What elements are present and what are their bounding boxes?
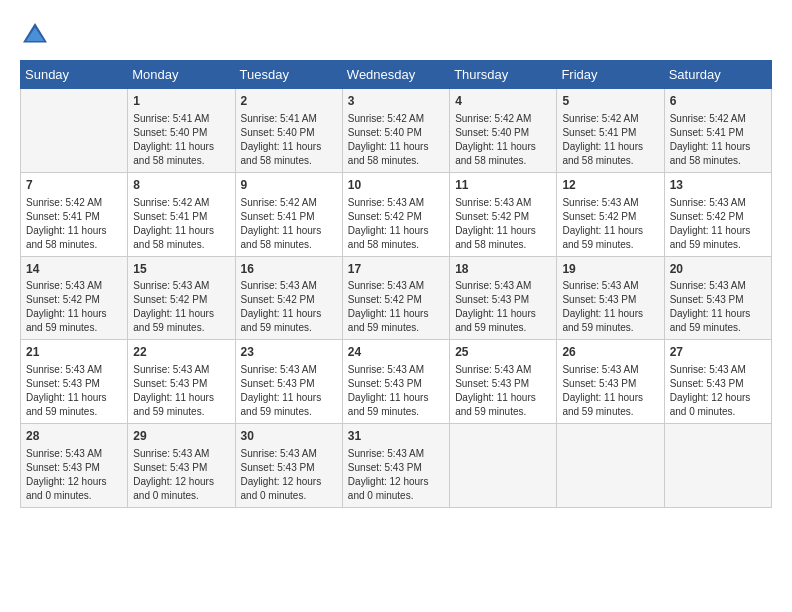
calendar-day-cell [557, 424, 664, 508]
calendar-week-row: 14Sunrise: 5:43 AMSunset: 5:42 PMDayligh… [21, 256, 772, 340]
calendar-day-cell: 28Sunrise: 5:43 AMSunset: 5:43 PMDayligh… [21, 424, 128, 508]
day-number: 20 [670, 261, 766, 278]
day-number: 27 [670, 344, 766, 361]
day-info: Sunrise: 5:43 AMSunset: 5:43 PMDaylight:… [133, 363, 229, 419]
calendar-header-row: SundayMondayTuesdayWednesdayThursdayFrid… [21, 61, 772, 89]
calendar-day-cell: 14Sunrise: 5:43 AMSunset: 5:42 PMDayligh… [21, 256, 128, 340]
day-number: 9 [241, 177, 337, 194]
calendar-day-cell [664, 424, 771, 508]
day-number: 1 [133, 93, 229, 110]
day-info: Sunrise: 5:43 AMSunset: 5:43 PMDaylight:… [670, 363, 766, 419]
calendar-day-cell [450, 424, 557, 508]
day-info: Sunrise: 5:43 AMSunset: 5:42 PMDaylight:… [26, 279, 122, 335]
day-info: Sunrise: 5:43 AMSunset: 5:43 PMDaylight:… [133, 447, 229, 503]
day-info: Sunrise: 5:42 AMSunset: 5:41 PMDaylight:… [670, 112, 766, 168]
calendar-day-cell: 6Sunrise: 5:42 AMSunset: 5:41 PMDaylight… [664, 89, 771, 173]
day-info: Sunrise: 5:42 AMSunset: 5:40 PMDaylight:… [455, 112, 551, 168]
day-info: Sunrise: 5:43 AMSunset: 5:42 PMDaylight:… [133, 279, 229, 335]
day-info: Sunrise: 5:43 AMSunset: 5:43 PMDaylight:… [241, 447, 337, 503]
calendar-day-cell: 7Sunrise: 5:42 AMSunset: 5:41 PMDaylight… [21, 172, 128, 256]
day-number: 19 [562, 261, 658, 278]
calendar-day-cell: 15Sunrise: 5:43 AMSunset: 5:42 PMDayligh… [128, 256, 235, 340]
day-info: Sunrise: 5:42 AMSunset: 5:41 PMDaylight:… [241, 196, 337, 252]
calendar-day-cell: 13Sunrise: 5:43 AMSunset: 5:42 PMDayligh… [664, 172, 771, 256]
calendar-day-cell: 20Sunrise: 5:43 AMSunset: 5:43 PMDayligh… [664, 256, 771, 340]
day-info: Sunrise: 5:43 AMSunset: 5:43 PMDaylight:… [562, 363, 658, 419]
calendar-day-cell: 8Sunrise: 5:42 AMSunset: 5:41 PMDaylight… [128, 172, 235, 256]
day-number: 22 [133, 344, 229, 361]
calendar-day-cell: 16Sunrise: 5:43 AMSunset: 5:42 PMDayligh… [235, 256, 342, 340]
day-header-wednesday: Wednesday [342, 61, 449, 89]
calendar-day-cell: 22Sunrise: 5:43 AMSunset: 5:43 PMDayligh… [128, 340, 235, 424]
page-header [20, 20, 772, 50]
day-number: 10 [348, 177, 444, 194]
calendar-day-cell: 11Sunrise: 5:43 AMSunset: 5:42 PMDayligh… [450, 172, 557, 256]
day-info: Sunrise: 5:43 AMSunset: 5:43 PMDaylight:… [670, 279, 766, 335]
day-number: 31 [348, 428, 444, 445]
day-info: Sunrise: 5:43 AMSunset: 5:43 PMDaylight:… [562, 279, 658, 335]
calendar-day-cell: 9Sunrise: 5:42 AMSunset: 5:41 PMDaylight… [235, 172, 342, 256]
day-number: 29 [133, 428, 229, 445]
day-info: Sunrise: 5:42 AMSunset: 5:41 PMDaylight:… [562, 112, 658, 168]
day-number: 2 [241, 93, 337, 110]
day-info: Sunrise: 5:43 AMSunset: 5:42 PMDaylight:… [455, 196, 551, 252]
day-info: Sunrise: 5:43 AMSunset: 5:42 PMDaylight:… [241, 279, 337, 335]
day-number: 7 [26, 177, 122, 194]
day-number: 11 [455, 177, 551, 194]
calendar-day-cell: 19Sunrise: 5:43 AMSunset: 5:43 PMDayligh… [557, 256, 664, 340]
day-info: Sunrise: 5:43 AMSunset: 5:42 PMDaylight:… [348, 279, 444, 335]
day-number: 4 [455, 93, 551, 110]
day-number: 5 [562, 93, 658, 110]
day-header-sunday: Sunday [21, 61, 128, 89]
day-number: 25 [455, 344, 551, 361]
calendar-day-cell: 21Sunrise: 5:43 AMSunset: 5:43 PMDayligh… [21, 340, 128, 424]
day-number: 18 [455, 261, 551, 278]
day-number: 16 [241, 261, 337, 278]
calendar-day-cell: 10Sunrise: 5:43 AMSunset: 5:42 PMDayligh… [342, 172, 449, 256]
logo-icon [20, 20, 50, 50]
calendar-day-cell: 17Sunrise: 5:43 AMSunset: 5:42 PMDayligh… [342, 256, 449, 340]
day-info: Sunrise: 5:43 AMSunset: 5:42 PMDaylight:… [670, 196, 766, 252]
day-number: 6 [670, 93, 766, 110]
day-number: 21 [26, 344, 122, 361]
day-number: 30 [241, 428, 337, 445]
calendar-day-cell: 27Sunrise: 5:43 AMSunset: 5:43 PMDayligh… [664, 340, 771, 424]
day-number: 8 [133, 177, 229, 194]
day-info: Sunrise: 5:41 AMSunset: 5:40 PMDaylight:… [241, 112, 337, 168]
calendar-day-cell: 5Sunrise: 5:42 AMSunset: 5:41 PMDaylight… [557, 89, 664, 173]
calendar-day-cell [21, 89, 128, 173]
day-info: Sunrise: 5:43 AMSunset: 5:43 PMDaylight:… [26, 447, 122, 503]
calendar-week-row: 28Sunrise: 5:43 AMSunset: 5:43 PMDayligh… [21, 424, 772, 508]
day-header-friday: Friday [557, 61, 664, 89]
calendar-day-cell: 29Sunrise: 5:43 AMSunset: 5:43 PMDayligh… [128, 424, 235, 508]
day-header-monday: Monday [128, 61, 235, 89]
day-number: 13 [670, 177, 766, 194]
calendar-day-cell: 18Sunrise: 5:43 AMSunset: 5:43 PMDayligh… [450, 256, 557, 340]
day-info: Sunrise: 5:41 AMSunset: 5:40 PMDaylight:… [133, 112, 229, 168]
calendar-day-cell: 3Sunrise: 5:42 AMSunset: 5:40 PMDaylight… [342, 89, 449, 173]
calendar-day-cell: 4Sunrise: 5:42 AMSunset: 5:40 PMDaylight… [450, 89, 557, 173]
logo [20, 20, 54, 50]
day-info: Sunrise: 5:43 AMSunset: 5:43 PMDaylight:… [241, 363, 337, 419]
day-number: 17 [348, 261, 444, 278]
day-header-thursday: Thursday [450, 61, 557, 89]
calendar-day-cell: 24Sunrise: 5:43 AMSunset: 5:43 PMDayligh… [342, 340, 449, 424]
day-info: Sunrise: 5:43 AMSunset: 5:43 PMDaylight:… [348, 447, 444, 503]
day-number: 28 [26, 428, 122, 445]
day-number: 24 [348, 344, 444, 361]
day-number: 23 [241, 344, 337, 361]
calendar-day-cell: 1Sunrise: 5:41 AMSunset: 5:40 PMDaylight… [128, 89, 235, 173]
calendar-day-cell: 2Sunrise: 5:41 AMSunset: 5:40 PMDaylight… [235, 89, 342, 173]
day-info: Sunrise: 5:42 AMSunset: 5:41 PMDaylight:… [26, 196, 122, 252]
day-info: Sunrise: 5:42 AMSunset: 5:41 PMDaylight:… [133, 196, 229, 252]
calendar-week-row: 1Sunrise: 5:41 AMSunset: 5:40 PMDaylight… [21, 89, 772, 173]
calendar-week-row: 7Sunrise: 5:42 AMSunset: 5:41 PMDaylight… [21, 172, 772, 256]
calendar-day-cell: 25Sunrise: 5:43 AMSunset: 5:43 PMDayligh… [450, 340, 557, 424]
calendar-table: SundayMondayTuesdayWednesdayThursdayFrid… [20, 60, 772, 508]
calendar-day-cell: 26Sunrise: 5:43 AMSunset: 5:43 PMDayligh… [557, 340, 664, 424]
calendar-day-cell: 30Sunrise: 5:43 AMSunset: 5:43 PMDayligh… [235, 424, 342, 508]
day-info: Sunrise: 5:43 AMSunset: 5:43 PMDaylight:… [455, 363, 551, 419]
day-number: 14 [26, 261, 122, 278]
calendar-day-cell: 31Sunrise: 5:43 AMSunset: 5:43 PMDayligh… [342, 424, 449, 508]
day-header-tuesday: Tuesday [235, 61, 342, 89]
